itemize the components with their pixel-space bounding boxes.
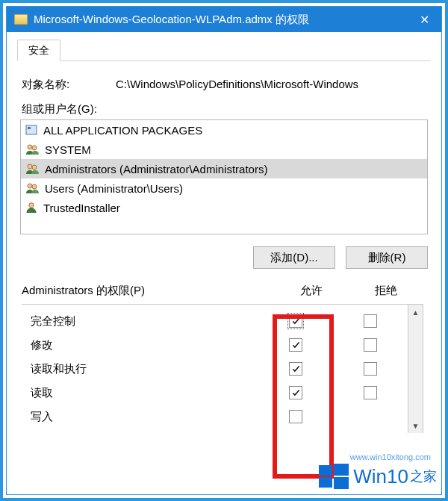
titlebar: Microsoft-Windows-Geolocation-WLPAdm.adm… [7,7,441,32]
checkbox-unchecked[interactable] [289,410,302,423]
svg-point-2 [28,145,32,149]
svg-rect-11 [319,477,332,488]
checkbox-unchecked[interactable] [364,338,377,352]
permissions-title: Administrators 的权限(P) [22,284,274,298]
allow-cell [258,362,333,376]
folder-icon [14,14,28,25]
permission-name: 完全控制 [31,314,258,329]
allow-column-header: 允许 [274,284,349,298]
windows-logo-icon [319,461,349,491]
scrollbar[interactable]: ▲ ▼ [408,305,423,433]
watermark-url: www.win10xitong.com [350,452,431,461]
group-item-label: SYSTEM [45,143,91,156]
button-row: 添加(D)... 删除(R) [20,246,428,269]
svg-point-7 [32,184,37,189]
group-item[interactable]: SYSTEM [21,140,427,159]
checkbox-unchecked[interactable] [364,386,377,399]
group-item-label: ALL APPLICATION PACKAGES [43,124,202,137]
close-button[interactable]: ✕ [407,7,441,32]
checkbox-checked[interactable] [289,338,302,352]
permission-row: 读取 [31,381,408,405]
group-icon [25,163,40,175]
group-item[interactable]: Administrators (Administrator\Administra… [21,159,427,178]
deny-cell [333,314,408,328]
scroll-down-button[interactable]: ▼ [408,418,423,433]
add-button[interactable]: 添加(D)... [253,246,335,269]
deny-column-header: 拒绝 [349,284,423,298]
object-name-value: C:\Windows\PolicyDefinitions\Microsoft-W… [116,78,429,92]
permission-name: 读取和执行 [31,362,258,376]
allow-cell [258,410,333,423]
tab-strip: 安全 [17,40,431,61]
group-item[interactable]: TrustedInstaller [21,198,427,217]
permissions-header: Administrators 的权限(P) 允许 拒绝 [22,284,423,298]
permission-row: 修改 [31,333,408,357]
window-title: Microsoft-Windows-Geolocation-WLPAdm.adm… [34,13,407,27]
svg-rect-12 [334,477,349,489]
deny-cell [333,338,408,352]
svg-rect-10 [334,464,349,476]
group-item-label: Users (Administrator\Users) [45,182,183,195]
watermark-suffix: 之家 [410,467,437,485]
checkbox-unchecked[interactable] [364,314,377,328]
group-item[interactable]: Users (Administrator\Users) [21,178,427,198]
group-icon [25,182,40,194]
svg-rect-0 [26,125,37,134]
allow-cell [258,314,333,328]
watermark: Win10 之家 [319,461,437,491]
permission-row: 读取和执行 [31,357,408,381]
checkbox-unchecked[interactable] [364,362,377,376]
svg-point-6 [28,184,32,188]
svg-rect-1 [28,127,31,129]
checkbox-checked[interactable] [289,362,302,376]
permissions-table: 完全控制修改读取和执行读取写入 ▲ ▼ [22,304,423,433]
svg-point-8 [29,203,34,208]
packages-icon [25,124,39,136]
deny-cell [333,386,408,399]
permission-name: 读取 [31,386,258,400]
deny-cell [333,362,408,376]
watermark-brand: Win10 [353,465,408,488]
user-icon [25,202,39,214]
permission-row: 完全控制 [31,309,408,333]
permission-row: 写入 [31,405,408,429]
svg-rect-9 [319,465,332,476]
scroll-up-button[interactable]: ▲ [408,305,423,320]
group-list[interactable]: ALL APPLICATION PACKAGESSYSTEMAdministra… [20,119,428,234]
permission-name: 写入 [31,410,258,424]
group-icon [25,143,40,155]
group-item-label: Administrators (Administrator\Administra… [45,163,267,175]
svg-point-3 [32,146,37,150]
object-name-label: 对象名称: [22,78,116,92]
tab-security[interactable]: 安全 [17,40,60,61]
groups-label: 组或用户名(G): [22,102,431,116]
object-name-row: 对象名称: C:\Windows\PolicyDefinitions\Micro… [22,78,429,92]
allow-cell [258,338,333,352]
permission-name: 修改 [31,338,258,352]
group-item[interactable]: ALL APPLICATION PACKAGES [21,120,427,140]
svg-point-5 [32,165,37,169]
remove-button[interactable]: 删除(R) [346,246,428,269]
allow-cell [258,386,333,399]
group-item-label: TrustedInstaller [43,202,120,214]
checkbox-checked[interactable] [289,314,302,328]
svg-point-4 [28,164,32,169]
checkbox-checked[interactable] [289,386,302,399]
